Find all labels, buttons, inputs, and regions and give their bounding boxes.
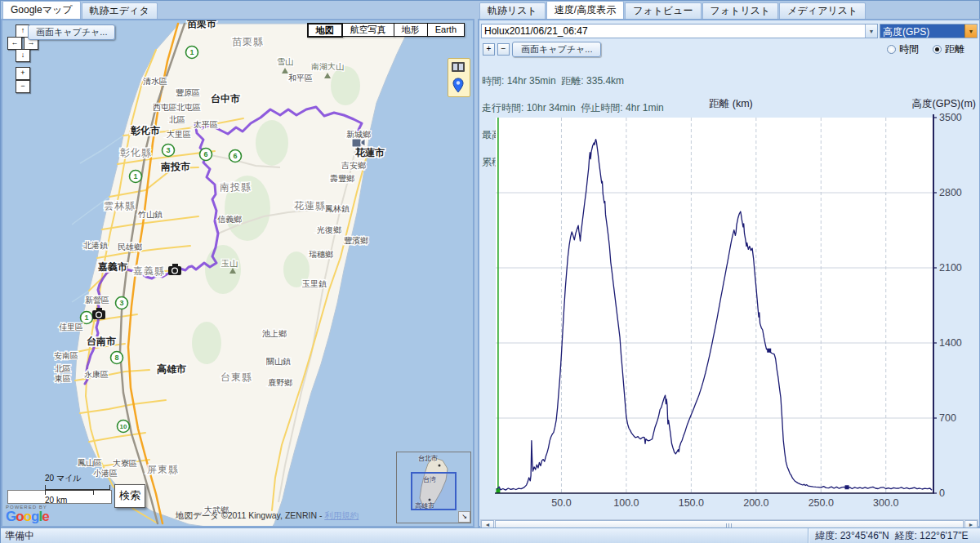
track-select-combo[interactable]: Holux2011/06/21_06:47 ▼: [481, 24, 878, 38]
attribution-text: 地図データ ©2011 Kingway, ZENRIN -: [176, 510, 324, 520]
y-tick-label: 700: [939, 412, 956, 424]
track-select-value: Holux2011/06/21_06:47: [482, 24, 865, 38]
map-label: 嘉義市: [98, 261, 127, 273]
x-tick-label: 150.0: [679, 497, 704, 509]
svg-text:10: 10: [120, 423, 127, 430]
svg-text:6: 6: [203, 150, 207, 158]
zoom-out-button[interactable]: −: [16, 80, 30, 93]
map-label: 瑞穗鄉: [309, 250, 333, 259]
metric-select-combo[interactable]: 高度(GPS) ▼: [880, 24, 978, 38]
map-label: 玉里鎮: [302, 279, 327, 288]
x-axis-time-radio[interactable]: 時間: [887, 42, 919, 56]
map-label: 北屯區: [176, 103, 201, 112]
google-logo[interactable]: POWERED BY Google: [6, 505, 49, 523]
map-label: 北區: [169, 115, 185, 124]
google-wordmark: Google: [6, 510, 49, 523]
elevation-chart-area[interactable]: 0700140021002800350050.0100.0150.0200.02…: [479, 96, 979, 519]
x-tick-label: 100.0: [613, 497, 639, 509]
chart-zoom-in-button[interactable]: +: [483, 43, 495, 56]
tab-speed-altitude[interactable]: 速度/高度表示: [546, 1, 624, 19]
chart-photo-marker[interactable]: [767, 349, 771, 353]
route-shield: 6: [229, 150, 242, 162]
y-tick-label: 1400: [939, 337, 962, 349]
map-label: 太平區: [194, 120, 218, 129]
map-label: 花蓮市: [354, 147, 385, 158]
x-tick-label: 50.0: [551, 497, 571, 509]
map-label: 北區: [55, 364, 71, 373]
map-label: 大寮區: [113, 459, 137, 468]
map-screen-capture-button[interactable]: 画面キャプチャ...: [28, 24, 115, 40]
chart-plot-area[interactable]: [496, 118, 933, 493]
minimap-label-taipei: 台北市: [418, 454, 438, 463]
svg-text:3: 3: [166, 146, 170, 154]
map-label: 彰化市: [130, 125, 160, 136]
pan-down-button[interactable]: ↓: [16, 49, 30, 62]
tab-google-map[interactable]: Googleマップ: [2, 1, 81, 19]
map-label: 光復鄉: [317, 225, 341, 234]
map-label: 南湖大山: [311, 62, 344, 71]
chart-photo-marker[interactable]: [845, 485, 849, 489]
chart-zoom-out-button[interactable]: −: [497, 43, 510, 56]
map-type-satellite-button[interactable]: 航空写真: [342, 23, 394, 37]
overview-minimap[interactable]: 台北市 台湾 高雄市 ↘: [396, 452, 471, 523]
map-label: 佳里區: [59, 323, 83, 332]
x-axis-distance-radio[interactable]: 距離: [933, 42, 964, 56]
map-label: 豐原區: [176, 88, 200, 97]
map-label: 東區: [54, 374, 71, 383]
map-label: 南投市: [160, 161, 190, 172]
map-type-buttons: 地図 航空写真 地形 Earth: [308, 23, 465, 38]
chart-screen-capture-button[interactable]: 画面キャプチャ...: [512, 42, 601, 57]
map-label: 壽豐鄉: [330, 174, 354, 183]
radio-icon[interactable]: [933, 45, 942, 54]
map-label: 豐濱鄉: [344, 236, 368, 245]
map-label: 清水區: [143, 77, 167, 86]
map-label: 吉安鄉: [341, 161, 366, 170]
chevron-down-icon[interactable]: ▼: [964, 24, 977, 38]
map-type-earth-button[interactable]: Earth: [427, 23, 465, 37]
radio-icon[interactable]: [887, 45, 896, 54]
y-axis-title: 高度(GPS)(m): [912, 98, 976, 109]
map-label: 大里區: [167, 130, 191, 139]
map-label: 雪山: [277, 57, 293, 66]
map-label: 池上鄉: [262, 329, 287, 338]
route-shield: 6: [200, 149, 212, 161]
map-label: 嘉義縣: [133, 265, 165, 277]
map-canvas[interactable]: 1366131810苗栗市苗栗縣雪山南湖大山和平區清水區豐原區台中市西屯區北屯區…: [2, 20, 473, 526]
x-tick-label: 300.0: [873, 497, 898, 509]
tab-track-list[interactable]: 軌跡リスト: [479, 2, 546, 19]
map-label: 屏東縣: [147, 464, 179, 475]
x-axis-title: 距離 (km): [709, 98, 752, 109]
svg-text:8: 8: [114, 354, 118, 362]
minimap-collapse-button[interactable]: ↘: [458, 511, 470, 523]
speed-altitude-pane: Holux2011/06/21_06:47 ▼ 高度(GPS) ▼ + − 画面…: [478, 19, 980, 527]
x-tick-label: 250.0: [808, 497, 834, 509]
minimap-viewport-rect[interactable]: [411, 472, 457, 510]
map-label: 台東縣: [220, 372, 252, 383]
y-tick-label: 0: [939, 487, 945, 499]
tab-media-list[interactable]: メディアリスト: [779, 2, 866, 19]
map-label: 鹿野鄉: [268, 378, 292, 387]
map-label: 苗栗市: [187, 20, 216, 29]
map-label: 台南市: [87, 336, 116, 347]
tab-track-editor[interactable]: 軌跡エディタ: [82, 2, 158, 19]
status-message: 準備中: [1, 529, 808, 543]
tab-photo-view[interactable]: フォトビュー: [625, 2, 701, 19]
x-tick-label: 200.0: [743, 497, 768, 509]
map-pane[interactable]: 1366131810苗栗市苗栗縣雪山南湖大山和平區清水區豐原區台中市西屯區北屯區…: [1, 19, 474, 527]
map-label: 高雄市: [157, 363, 186, 375]
media-marker-box[interactable]: [448, 58, 470, 97]
svg-text:1: 1: [84, 314, 88, 322]
terms-link[interactable]: 利用規約: [324, 510, 359, 520]
pan-left-button[interactable]: ←: [7, 37, 22, 50]
chevron-down-icon[interactable]: ▼: [865, 24, 877, 38]
map-type-terrain-button[interactable]: 地形: [394, 23, 428, 37]
map-label: 鳳林鎮: [325, 204, 350, 213]
zoom-in-button[interactable]: +: [16, 67, 30, 80]
map-label: 永康區: [84, 370, 109, 379]
tab-photo-list[interactable]: フォトリスト: [702, 2, 779, 19]
map-search-button[interactable]: 検索: [114, 484, 145, 508]
elevation-chart[interactable]: 0700140021002800350050.0100.0150.0200.02…: [479, 96, 979, 519]
map-type-map-button[interactable]: 地図: [307, 23, 343, 38]
panel-toolbar-buttons: + − 画面キャプチャ... 時間 距離: [479, 40, 979, 58]
map-label: 雲林縣: [104, 200, 136, 211]
